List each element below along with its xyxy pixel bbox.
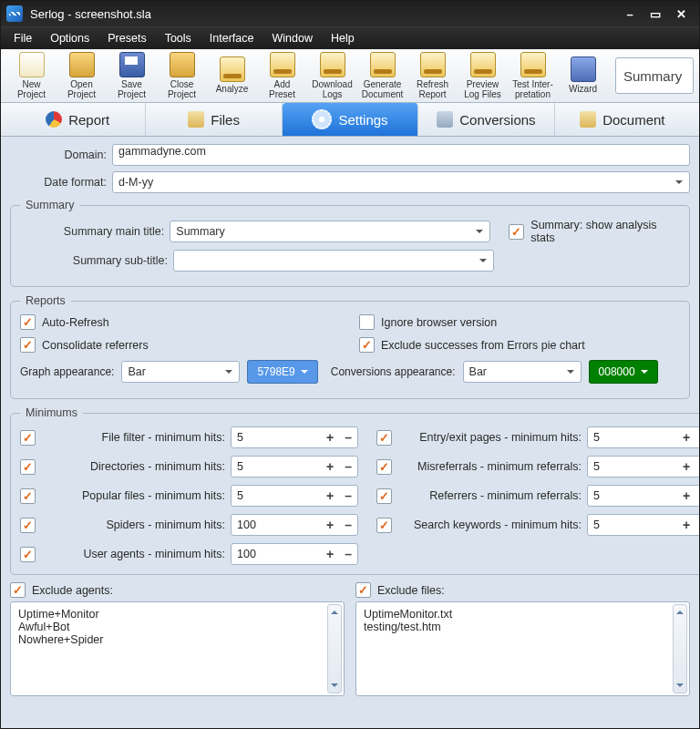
toolbar-save-project[interactable]: Save Project [107,51,157,100]
minimum-checkbox[interactable] [376,518,392,533]
summary-stats-checkbox[interactable] [509,224,524,240]
minimum-checkbox[interactable] [20,488,36,504]
cart-icon [437,111,453,128]
reports-legend: Reports [20,294,71,307]
menu-file[interactable]: File [5,27,41,49]
summary-sub-label: Summary sub-title: [20,254,168,267]
toolbar-add-preset[interactable]: Add Preset [257,51,307,100]
toolbar-preview-log-files[interactable]: Preview Log Files [458,51,508,100]
toolbar-refresh-report[interactable]: Refresh Report [407,51,458,100]
minus-icon[interactable]: – [339,430,357,445]
scrollbar[interactable] [673,604,687,693]
domain-input[interactable]: gammadyne.com [112,144,690,166]
minimum-stepper[interactable]: 5+– [587,456,699,477]
exclude-agents-checkbox[interactable] [10,582,26,598]
toolbar-label: Close Project [168,80,196,99]
minimum-checkbox[interactable] [20,459,36,475]
minus-icon[interactable]: – [339,518,357,532]
conversions-appearance-value: Bar [469,365,487,378]
plus-icon[interactable]: + [677,488,695,503]
tab-conversions[interactable]: Conversions [418,103,554,136]
minimum-checkbox[interactable] [20,547,36,562]
menu-help[interactable]: Help [322,27,364,49]
tab-settings[interactable]: Settings [283,103,418,136]
ignore-browser-checkbox[interactable] [359,314,375,330]
minimum-value: 100 [232,519,321,531]
minimize-button[interactable]: – [617,5,643,22]
tab-files[interactable]: Files [146,103,282,136]
plus-icon[interactable]: + [321,488,339,503]
minimum-stepper[interactable]: 100+– [231,514,358,536]
minimum-checkbox[interactable] [376,459,392,475]
toolbar-wizard[interactable]: Wizard [558,51,608,100]
plus-icon[interactable]: + [321,547,339,561]
graph-color-button[interactable]: 5798E9 [247,360,317,384]
ignore-browser-label: Ignore browser version [381,316,497,329]
plus-icon[interactable]: + [677,459,695,474]
minus-icon[interactable]: – [695,459,699,474]
toolbar-open-project[interactable]: Open Project [57,51,107,100]
minimum-stepper[interactable]: 5+– [231,456,358,477]
toolbar-label: Preview Log Files [464,80,501,99]
toolbar-test-inter-pretation[interactable]: Test Inter- pretation [508,51,558,100]
minimum-stepper[interactable]: 5+– [587,426,699,448]
tab-report[interactable]: Report [10,103,146,136]
toolbar-label: Refresh Report [417,80,448,99]
close-button[interactable]: ✕ [668,5,694,22]
menu-window[interactable]: Window [262,27,321,49]
summary-sub-select[interactable] [173,250,494,272]
titlebar: Serlog - screenshot.sla – ▭ ✕ [1,1,699,26]
auto-refresh-checkbox[interactable] [20,314,36,330]
minus-icon[interactable]: – [339,459,357,474]
exclude-agents-text: Uptime+Monitor Awful+Bot Nowhere+Spider [18,608,103,646]
minimum-stepper[interactable]: 100+– [231,543,358,565]
minus-icon[interactable]: – [695,430,699,445]
menu-interface[interactable]: Interface [201,27,263,49]
summary-main-select[interactable]: Summary [170,221,490,242]
toolbar-analyze[interactable]: Analyze [207,51,257,100]
exclude-files-checkbox[interactable] [355,582,371,598]
plus-icon[interactable]: + [321,430,339,445]
tab-document[interactable]: Document [555,103,690,136]
menu-presets[interactable]: Presets [98,27,155,49]
plus-icon[interactable]: + [677,430,695,445]
tabbar: ReportFilesSettingsConversionsDocument [1,103,699,137]
toolbar-generate-document[interactable]: Generate Document [357,51,407,100]
exclude-success-checkbox[interactable] [359,337,375,353]
maximize-button[interactable]: ▭ [643,5,668,22]
minimum-checkbox[interactable] [376,488,392,504]
menu-options[interactable]: Options [41,27,98,49]
minimum-label: Referrers - minimum referrals: [397,489,582,502]
scroll-down-icon [676,683,684,691]
toolbar-close-project[interactable]: Close Project [157,51,207,100]
exclude-files-textarea[interactable]: UptimeMonitor.txt testing/test.htm [355,601,690,696]
minus-icon[interactable]: – [695,518,699,532]
minus-icon[interactable]: – [339,547,357,561]
scrollbar[interactable] [327,604,342,693]
date-format-select[interactable]: d-M-yy [112,171,690,193]
minus-icon[interactable]: – [695,488,699,503]
toolbar-new-project[interactable]: New Project [6,51,57,100]
toolbar-download-logs[interactable]: Download Logs [307,51,357,100]
minimum-checkbox[interactable] [376,430,392,446]
minimum-stepper[interactable]: 5+– [231,426,358,448]
graph-appearance-select[interactable]: Bar [121,361,240,383]
plus-icon[interactable]: + [321,459,339,474]
minus-icon[interactable]: – [339,488,357,503]
minimum-stepper[interactable]: 5+– [587,514,699,536]
consolidate-checkbox[interactable] [20,337,36,353]
minimum-checkbox[interactable] [20,518,36,533]
conversions-appearance-select[interactable]: Bar [463,361,582,383]
menu-tools[interactable]: Tools [156,27,201,49]
plus-icon[interactable]: + [677,518,695,532]
gold-icon [270,52,295,77]
toolbar-summary-box[interactable]: Summary [615,57,694,94]
plus-icon[interactable]: + [321,518,339,532]
minimum-stepper[interactable]: 5+– [587,485,699,507]
conversions-color-button[interactable]: 008000 [589,360,658,384]
exclude-agents-textarea[interactable]: Uptime+Monitor Awful+Bot Nowhere+Spider [10,601,345,696]
minimum-stepper[interactable]: 5+– [231,485,358,507]
minimum-checkbox[interactable] [20,430,36,446]
minimum-value: 5 [588,519,677,531]
gold-icon [220,56,245,82]
